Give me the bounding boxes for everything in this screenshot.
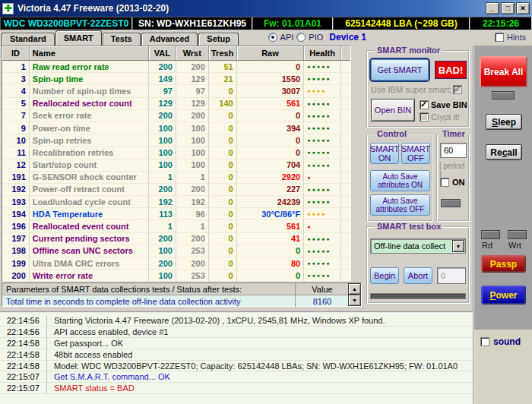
attr-wrst: 129: [176, 73, 209, 85]
health-dots-icon: ●: [307, 224, 312, 229]
attr-tresh: 0: [209, 184, 237, 196]
table-row[interactable]: 198 Offline scan UNC sectors 100 253 0 0…: [2, 245, 350, 257]
save-bin-label: Save BIN: [431, 100, 467, 109]
begin-button[interactable]: Begin: [370, 267, 399, 284]
close-icon[interactable]: ✕: [516, 2, 530, 14]
timer-on-checkbox[interactable]: [440, 178, 449, 187]
api-radio[interactable]: [268, 33, 277, 42]
table-row[interactable]: 3 Spin-up time 149 129 21 1550 ●●●●●: [2, 73, 350, 85]
autosave-off-button[interactable]: Auto Save attributes OFF: [370, 194, 430, 216]
params-header-label: Parameters of SMART data collections tes…: [2, 283, 296, 295]
attr-id: 12: [2, 159, 30, 172]
attr-tresh: 51: [209, 61, 237, 73]
health-dots-icon: ●●●●●: [307, 137, 331, 143]
log-timestamp: 22:14:56: [0, 327, 47, 337]
chevron-down-icon[interactable]: ▼: [452, 240, 464, 252]
table-row[interactable]: 10 Spin-up retries 100 100 0 0 ●●●●●: [2, 134, 350, 147]
attr-name: Power-off retract count: [30, 184, 149, 196]
table-row[interactable]: 7 Seek error rate 200 200 0 0 ●●●●●: [2, 110, 350, 122]
params-row-label: Total time in seconds to complete off-li…: [2, 295, 296, 307]
attr-raw: 41: [237, 233, 305, 245]
abort-button[interactable]: Abort: [404, 267, 432, 284]
autosave-on-button[interactable]: Auto Save attributes ON: [370, 170, 430, 191]
attr-val: 192: [149, 196, 176, 208]
timer-group: Timer 60 [ period ] ON: [436, 134, 470, 222]
health-dots-icon: ●●●●●: [307, 236, 331, 241]
tab[interactable]: SMART: [55, 30, 102, 46]
row-blank: [341, 98, 350, 110]
sound-checkbox[interactable]: [480, 337, 489, 346]
open-bin-button[interactable]: Open BIN: [371, 99, 415, 122]
attr-wrst: 200: [176, 257, 209, 270]
attr-name: Number of spin-up times: [30, 85, 149, 97]
tab[interactable]: Advanced: [141, 33, 198, 46]
table-row[interactable]: 5 Reallocated sector count 129 129 140 5…: [2, 98, 350, 110]
table-row[interactable]: 4 Number of spin-up times 97 97 0 3007 ●…: [2, 85, 350, 97]
col-id: ID: [2, 46, 30, 61]
attr-val: 97: [149, 85, 176, 97]
sleep-button[interactable]: Sleep: [486, 114, 522, 130]
table-row[interactable]: 191 G-SENSOR shock counter 1 1 0 2920 ●: [2, 172, 350, 184]
attr-val: 200: [149, 184, 176, 196]
attr-name: Reallocated sector count: [30, 98, 149, 110]
attr-raw: 561: [237, 98, 305, 110]
timer-input[interactable]: 60: [440, 143, 467, 158]
save-bin-checkbox[interactable]: [420, 100, 429, 109]
table-row[interactable]: 196 Reallocated event count 1 1 0 561 ●: [2, 220, 350, 232]
col-tresh: Tresh: [209, 46, 237, 61]
table-row[interactable]: 199 Ultra DMA CRC errors 200 200 0 80 ●●…: [2, 257, 350, 270]
read-led: [481, 230, 500, 239]
attr-val: 100: [149, 159, 176, 172]
passp-button[interactable]: Passp: [481, 255, 526, 273]
table-row[interactable]: 12 Start/stop count 100 100 0 704 ●●●●●: [2, 159, 350, 172]
attr-name: G-SENSOR shock counter: [30, 172, 149, 184]
attr-id: 193: [2, 196, 30, 208]
hints-checkbox[interactable]: [495, 33, 504, 42]
timer-period-label: [ period ]: [439, 162, 468, 178]
minimize-icon[interactable]: _: [486, 2, 499, 14]
table-row[interactable]: 197 Current pending sectors 200 200 0 41…: [2, 233, 350, 245]
test-counter-input[interactable]: 0: [437, 267, 466, 284]
log-row: 22:14:56 API access enabled, device #1: [0, 327, 473, 338]
attr-wrst: 1: [176, 220, 209, 232]
read-led-label: Rd: [482, 241, 492, 250]
attr-raw: 1550: [237, 73, 305, 85]
drive-firmware: Fw: 01.01A01: [252, 17, 333, 30]
health-dots-icon: ●●●●●: [307, 163, 331, 168]
table-row[interactable]: 193 Load/unload cycle count 192 192 0 24…: [2, 196, 350, 208]
attr-val: 100: [149, 134, 176, 147]
smart-off-button[interactable]: SMART OFF: [401, 143, 430, 164]
tab[interactable]: Tests: [103, 33, 141, 46]
col-health: Health: [304, 46, 341, 61]
table-row[interactable]: 11 Recalibration retries 100 100 0 0 ●●●…: [2, 147, 350, 159]
crypt-row: Crypt it!: [420, 112, 460, 122]
attr-val: 1: [149, 220, 176, 232]
scroll-down-icon[interactable]: ▼: [348, 295, 361, 306]
tab[interactable]: Standard: [2, 33, 55, 46]
pio-radio[interactable]: [296, 33, 306, 42]
get-smart-button[interactable]: Get SMART: [371, 59, 429, 80]
attr-val: 1: [149, 172, 176, 184]
row-blank: [341, 172, 350, 184]
row-blank: [341, 159, 350, 172]
break-all-button[interactable]: Break All: [480, 56, 527, 87]
attr-name: Load/unload cycle count: [30, 196, 149, 208]
table-row[interactable]: 9 Power-on time 100 100 0 394 ●●●●●: [2, 122, 350, 134]
drive-serial: SN: WD-WXH1E61ZKH95: [132, 17, 252, 30]
table-row[interactable]: 1 Raw read error rate 200 200 51 0 ●●●●●: [2, 61, 350, 73]
attr-wrst: 100: [176, 147, 209, 159]
maximize-icon[interactable]: □: [501, 2, 515, 14]
smart-on-button[interactable]: SMART ON: [370, 143, 399, 164]
drive-capacity: 625142448 LBA (~298 GB): [333, 17, 470, 30]
table-row[interactable]: 194 HDA Temperature 113 96 0 30°C/86°F ●…: [2, 208, 350, 220]
tab[interactable]: Setup: [198, 33, 239, 46]
test-select[interactable]: Off-line data collect ▼: [370, 238, 466, 254]
table-row[interactable]: 192 Power-off retract count 200 200 0 22…: [2, 184, 350, 196]
attr-name: Power-on time: [30, 122, 149, 134]
scroll-up-icon[interactable]: ▲: [348, 283, 361, 295]
recall-button[interactable]: Recall: [486, 144, 522, 160]
power-button[interactable]: Power: [481, 286, 526, 305]
attr-wrst: 200: [176, 61, 209, 73]
table-row[interactable]: 200 Write error rate 100 253 0 0 ●●●●●: [2, 270, 350, 282]
attr-name: HDA Temperature: [30, 208, 149, 220]
